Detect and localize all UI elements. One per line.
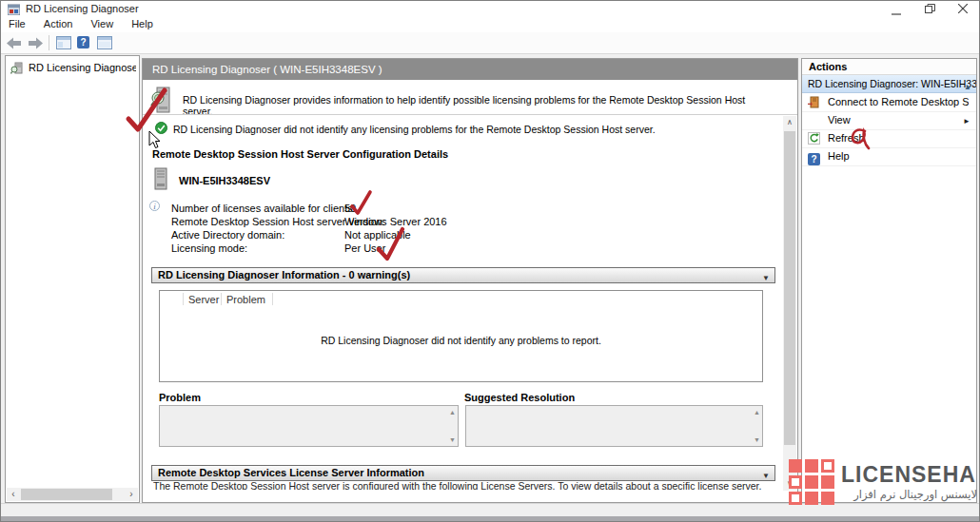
scroll-right-arrow-icon[interactable]: › [125, 488, 138, 501]
restore-icon [928, 5, 935, 11]
column-separator [221, 293, 222, 305]
column-header-server[interactable]: Server [188, 294, 219, 305]
console-window-icon [56, 36, 71, 49]
menu-view[interactable]: View [83, 17, 121, 30]
licenseha-watermark: LICENSEHA لایسنس اورجینال نرم افزار [787, 455, 977, 518]
tree-horizontal-scrollbar[interactable]: ‹ › [7, 488, 138, 501]
config-value: 50 [344, 203, 356, 214]
group-collapse-icon[interactable]: ▲ [964, 79, 971, 93]
logo-square [789, 475, 802, 489]
action-help[interactable]: ? Help [802, 147, 976, 166]
action-view[interactable]: View ► [802, 111, 976, 130]
window-icon [97, 36, 112, 49]
scroll-up-icon[interactable]: ▲ [449, 409, 456, 416]
menu-bar: File Action View Help [1, 17, 980, 32]
logo-tagline-farsi: لایسنس اورجینال نرم افزار [825, 488, 977, 501]
refresh-icon [808, 132, 820, 145]
logo-square [821, 459, 834, 473]
config-value: Windows Server 2016 [344, 216, 447, 227]
column-header-problem[interactable]: Problem [226, 294, 265, 305]
help-icon: ? [77, 36, 89, 48]
no-problems-report-text: RD Licensing Diagnoser did not identify … [160, 335, 762, 346]
minimize-button[interactable] [881, 1, 911, 17]
info-section-header[interactable]: RD Licensing Diagnoser Information - 0 w… [151, 267, 775, 283]
menu-action[interactable]: Action [36, 17, 81, 30]
scroll-up-arrow-icon[interactable]: ∧ [783, 116, 796, 129]
suggested-resolution-box: ▲ ▼ [465, 405, 763, 447]
toolbar: ? [1, 32, 980, 54]
forward-button[interactable] [28, 37, 43, 51]
logo-square [805, 459, 818, 473]
config-label: Active Directory domain: [171, 229, 284, 241]
toolbar-separator [49, 35, 49, 50]
suggested-resolution-label: Suggested Resolution [464, 392, 575, 403]
scroll-down-icon[interactable]: ▼ [449, 436, 456, 443]
content-scrollbar-thumb[interactable] [784, 131, 795, 445]
actions-pane: Actions RD Licensing Diagnoser: WIN-E5IH… [801, 58, 977, 503]
forward-arrow-icon [28, 37, 43, 49]
scroll-left-arrow-icon[interactable]: ‹ [7, 488, 20, 501]
action-label: Connect to Remote Desktop Sessio... [828, 93, 969, 111]
logo-square [821, 475, 834, 489]
tree-scrollbar-thumb[interactable] [21, 489, 112, 500]
license-section-header[interactable]: Remote Desktop Services License Server I… [151, 465, 775, 481]
back-button[interactable] [7, 37, 22, 51]
config-value: Per User [344, 242, 385, 254]
close-button[interactable] [948, 1, 978, 17]
app-icon [8, 3, 20, 17]
connect-server-icon [808, 96, 820, 108]
action-label: Help [828, 147, 850, 165]
info-icon: i [149, 200, 160, 211]
scroll-down-icon[interactable]: ▼ [754, 436, 760, 443]
scroll-up-icon[interactable]: ▲ [754, 409, 760, 416]
config-label: Licensing mode: [171, 242, 247, 254]
results-pane-header: RD Licensing Diagnoser ( WIN-E5IH3348ESV… [143, 59, 797, 80]
mouse-cursor [148, 130, 162, 149]
column-separator [183, 293, 184, 305]
help-icon: ? [808, 150, 820, 163]
restore-button[interactable] [914, 1, 945, 17]
logo-square [789, 492, 802, 505]
problem-box: ▲ ▼ [159, 405, 459, 447]
rd-licensing-diagnoser-window: RD Licensing Diagnoser File Action View … [0, 0, 980, 522]
action-label: Refresh [828, 129, 865, 147]
tree-item-label: RD Licensing Diagnoser: WIN-E [29, 62, 136, 73]
logo-square [805, 492, 818, 505]
action-connect[interactable]: Connect to Remote Desktop Sessio... [802, 93, 976, 112]
server-icon [153, 167, 169, 192]
help-toolbar-button[interactable]: ? [77, 36, 89, 48]
logo-square [805, 475, 818, 489]
actions-group-header[interactable]: RD Licensing Diagnoser: WIN-E5IH3348... … [802, 75, 976, 93]
no-problems-text: RD Licensing Diagnoser did not identify … [173, 124, 763, 135]
warnings-list-panel: Server Problem RD Licensing Diagnoser di… [159, 290, 763, 382]
rd-diagnoser-server-icon [150, 86, 173, 116]
menu-help[interactable]: Help [124, 17, 161, 30]
logo-brand-text: LICENSEHA [841, 462, 976, 488]
server-name: WIN-E5IH3348ESV [179, 175, 270, 186]
intro-separator [143, 114, 797, 115]
new-window-button[interactable] [97, 36, 112, 51]
tree-item-rd-licensing-diagnoser[interactable]: RD Licensing Diagnoser: WIN-E [9, 60, 136, 76]
actions-pane-title: Actions [802, 59, 976, 75]
column-separator [272, 293, 273, 305]
config-label: Number of licenses available for clients… [171, 203, 356, 214]
license-section-title: Remote Desktop Services License Server I… [158, 467, 424, 478]
results-pane: RD Licensing Diagnoser ( WIN-E5IH3348ESV… [142, 58, 798, 503]
license-section-body-clipped: The Remote Desktop Session Host server i… [153, 480, 772, 490]
diagnoser-node-icon [10, 62, 24, 76]
window-title: RD Licensing Diagnoser [26, 3, 139, 14]
back-arrow-icon [7, 37, 22, 49]
title-bar: RD Licensing Diagnoser [1, 1, 980, 17]
show-console-tree-button[interactable] [56, 36, 71, 51]
menu-file[interactable]: File [1, 17, 33, 30]
problem-label: Problem [159, 392, 201, 403]
action-refresh[interactable]: Refresh [802, 129, 976, 148]
content-vertical-scrollbar[interactable]: ∧ ∨ [783, 116, 796, 491]
info-section-title: RD Licensing Diagnoser Information - 0 w… [158, 269, 410, 280]
logo-square [789, 459, 802, 473]
config-value: Not applicable [344, 229, 411, 241]
collapse-icon[interactable]: ▼ [762, 271, 770, 285]
action-label: View [828, 111, 851, 129]
config-details-heading: Remote Desktop Session Host Server Confi… [152, 148, 448, 160]
submenu-arrow-icon: ► [963, 112, 970, 130]
